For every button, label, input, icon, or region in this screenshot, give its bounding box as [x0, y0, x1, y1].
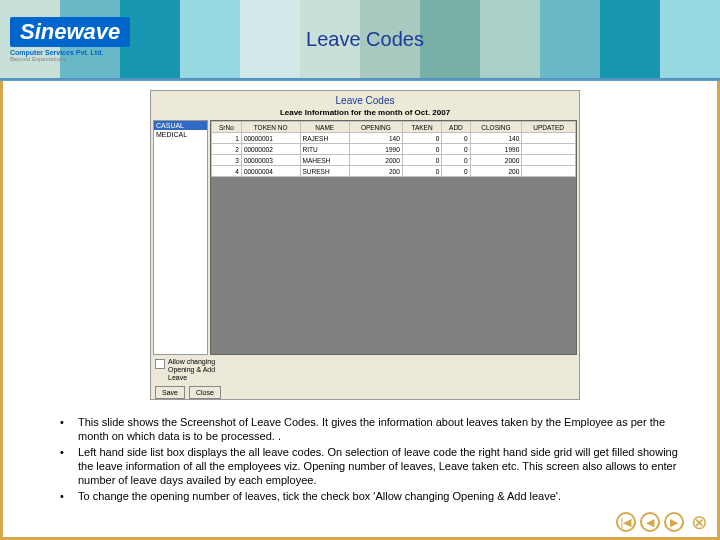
cell: 0 — [442, 133, 470, 144]
bullet-item: Left hand side list box displays the all… — [60, 445, 690, 487]
allow-changing-checkbox[interactable] — [155, 359, 165, 369]
cell: 200 — [470, 166, 522, 177]
cell: RITU — [300, 144, 350, 155]
close-button[interactable]: Close — [189, 386, 221, 399]
table-row[interactable]: 100000001RAJESH14000140 — [212, 133, 576, 144]
column-header: TOKEN NO — [241, 122, 300, 133]
table-row[interactable]: 400000004SURESH20000200 — [212, 166, 576, 177]
cell: RAJESH — [300, 133, 350, 144]
header-divider — [0, 78, 720, 81]
table-row[interactable]: 300000003MAHESH2000002000 — [212, 155, 576, 166]
logo-subtitle-2: Beyond Expectations — [10, 56, 140, 62]
list-item[interactable]: MEDICAL — [154, 130, 207, 139]
nav-first-button[interactable]: |◀ — [616, 512, 636, 532]
cell: 00000004 — [241, 166, 300, 177]
cell: 140 — [350, 133, 403, 144]
cell: 140 — [470, 133, 522, 144]
column-header: SrNo — [212, 122, 242, 133]
leave-grid-container: SrNoTOKEN NONAMEOPENINGTAKENADDCLOSINGUP… — [210, 120, 577, 355]
cell — [522, 133, 576, 144]
column-header: CLOSING — [470, 122, 522, 133]
cell: 0 — [402, 155, 442, 166]
cell: 1 — [212, 133, 242, 144]
cell: 1990 — [350, 144, 403, 155]
cell: 00000001 — [241, 133, 300, 144]
cell: 0 — [442, 166, 470, 177]
nav-next-button[interactable]: ▶ — [664, 512, 684, 532]
slide-header: Sinewave Computer Services Pvt. Ltd. Bey… — [0, 0, 720, 78]
save-button[interactable]: Save — [155, 386, 185, 399]
nav-prev-button[interactable]: ◀ — [640, 512, 660, 532]
leave-code-list[interactable]: CASUALMEDICAL — [153, 120, 208, 355]
cell: 3 — [212, 155, 242, 166]
cell: 2000 — [350, 155, 403, 166]
leave-grid[interactable]: SrNoTOKEN NONAMEOPENINGTAKENADDCLOSINGUP… — [211, 121, 576, 177]
cell — [522, 166, 576, 177]
cell: 0 — [402, 166, 442, 177]
cell: MAHESH — [300, 155, 350, 166]
app-subtitle: Leave Information for the month of Oct. … — [151, 108, 579, 120]
cell: 0 — [402, 144, 442, 155]
cell: 2 — [212, 144, 242, 155]
logo-name: Sinewave — [10, 17, 130, 47]
cell — [522, 155, 576, 166]
logo-subtitle-1: Computer Services Pvt. Ltd. — [10, 49, 140, 56]
allow-changing-label: Allow changingOpening & AddLeave — [168, 358, 215, 382]
column-header: OPENING — [350, 122, 403, 133]
logo: Sinewave Computer Services Pvt. Ltd. Bey… — [10, 17, 140, 62]
table-row[interactable]: 200000002RITU1990001990 — [212, 144, 576, 155]
cell: SURESH — [300, 166, 350, 177]
cell: 00000003 — [241, 155, 300, 166]
app-window: Leave Codes Leave Information for the mo… — [150, 90, 580, 400]
cell: 0 — [402, 133, 442, 144]
bullet-list: This slide shows the Screenshot of Leave… — [60, 415, 690, 505]
column-header: UPDATED — [522, 122, 576, 133]
cell: 00000002 — [241, 144, 300, 155]
bullet-item: To change the opening number of leaves, … — [60, 489, 690, 503]
bullet-item: This slide shows the Screenshot of Leave… — [60, 415, 690, 443]
slide-nav: |◀ ◀ ▶ ⊗ — [616, 512, 710, 532]
cell: 0 — [442, 144, 470, 155]
cell — [522, 144, 576, 155]
nav-close-button[interactable]: ⊗ — [688, 512, 710, 532]
column-header: TAKEN — [402, 122, 442, 133]
column-header: NAME — [300, 122, 350, 133]
cell: 4 — [212, 166, 242, 177]
cell: 200 — [350, 166, 403, 177]
cell: 2000 — [470, 155, 522, 166]
app-title: Leave Codes — [151, 91, 579, 108]
page-title: Leave Codes — [140, 28, 590, 51]
list-item[interactable]: CASUAL — [154, 121, 207, 130]
cell: 1990 — [470, 144, 522, 155]
cell: 0 — [442, 155, 470, 166]
column-header: ADD — [442, 122, 470, 133]
